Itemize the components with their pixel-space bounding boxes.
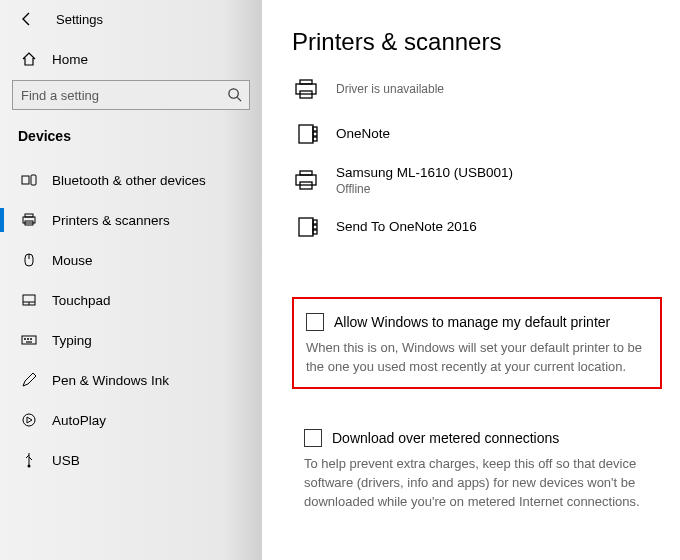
nav-label: USB (52, 453, 80, 468)
printer-item[interactable]: Samsung ML-1610 (USB001) Offline (292, 156, 662, 205)
svg-point-17 (23, 414, 35, 426)
printer-name: Samsung ML-1610 (USB001) (336, 164, 513, 182)
nav-label: AutoPlay (52, 413, 106, 428)
mouse-icon (20, 251, 38, 269)
default-printer-label: Allow Windows to manage my default print… (334, 314, 610, 330)
printer-status: Driver is unavailable (336, 82, 444, 98)
printer-icon (20, 211, 38, 229)
back-icon[interactable] (18, 10, 36, 28)
nav-label: Mouse (52, 253, 93, 268)
home-icon (20, 50, 38, 68)
page-title: Printers & scanners (292, 28, 662, 56)
home-nav[interactable]: Home (0, 42, 262, 80)
sidebar-item-touchpad[interactable]: Touchpad (0, 280, 262, 320)
pen-icon (20, 371, 38, 389)
metered-label: Download over metered connections (332, 430, 559, 446)
main-content: Printers & scanners Driver is unavailabl… (262, 0, 680, 560)
sidebar: Settings Home Devices Bluetooth & other … (0, 0, 262, 560)
search-box[interactable] (12, 80, 250, 110)
printer-item[interactable]: Send To OneNote 2016 (292, 205, 662, 249)
printer-name: Send To OneNote 2016 (336, 218, 477, 236)
printer-item[interactable]: OneNote (292, 112, 662, 156)
svg-rect-23 (299, 125, 313, 143)
default-printer-desc: When this is on, Windows will set your d… (306, 339, 648, 377)
nav-label: Printers & scanners (52, 213, 170, 228)
printer-item[interactable]: Driver is unavailable (292, 68, 662, 112)
printer-device-icon (294, 167, 322, 195)
sidebar-item-typing[interactable]: Typing (0, 320, 262, 360)
autoplay-icon (20, 411, 38, 429)
sidebar-item-autoplay[interactable]: AutoPlay (0, 400, 262, 440)
metered-section: Download over metered connections To hel… (292, 429, 662, 512)
app-title: Settings (56, 12, 103, 27)
sidebar-item-mouse[interactable]: Mouse (0, 240, 262, 280)
nav-label: Typing (52, 333, 92, 348)
sidebar-item-printers[interactable]: Printers & scanners (0, 200, 262, 240)
sidebar-item-bluetooth[interactable]: Bluetooth & other devices (0, 160, 262, 200)
svg-point-0 (229, 89, 238, 98)
devices-icon (20, 171, 38, 189)
keyboard-icon (20, 331, 38, 349)
svg-rect-31 (313, 220, 317, 224)
svg-rect-26 (313, 137, 317, 141)
default-printer-section: Allow Windows to manage my default print… (292, 297, 662, 389)
checkbox-icon (306, 313, 324, 331)
svg-point-19 (28, 465, 31, 468)
svg-rect-30 (299, 218, 313, 236)
svg-line-1 (237, 97, 241, 101)
metered-checkbox[interactable]: Download over metered connections (304, 429, 650, 447)
nav-label: Pen & Windows Ink (52, 373, 169, 388)
svg-rect-25 (313, 132, 317, 136)
search-input[interactable] (12, 80, 250, 110)
nav-label: Touchpad (52, 293, 111, 308)
nav-group-label: Devices (0, 124, 262, 160)
home-label: Home (52, 52, 88, 67)
usb-icon (20, 451, 38, 469)
svg-rect-28 (296, 175, 316, 185)
title-bar: Settings (0, 6, 262, 42)
touchpad-icon (20, 291, 38, 309)
onenote-icon (294, 213, 322, 241)
svg-rect-3 (31, 175, 36, 185)
svg-rect-12 (22, 336, 36, 344)
sidebar-item-usb[interactable]: USB (0, 440, 262, 480)
onenote-icon (294, 120, 322, 148)
svg-rect-2 (22, 176, 29, 184)
default-printer-checkbox[interactable]: Allow Windows to manage my default print… (306, 313, 648, 331)
nav-label: Bluetooth & other devices (52, 173, 206, 188)
printer-name: OneNote (336, 125, 390, 143)
metered-desc: To help prevent extra charges, keep this… (304, 455, 650, 512)
search-icon (227, 87, 242, 102)
printer-device-icon (294, 76, 322, 104)
checkbox-icon (304, 429, 322, 447)
sidebar-item-pen[interactable]: Pen & Windows Ink (0, 360, 262, 400)
svg-rect-32 (313, 225, 317, 229)
svg-rect-33 (313, 230, 317, 234)
svg-rect-21 (296, 84, 316, 94)
svg-rect-24 (313, 127, 317, 131)
printer-status: Offline (336, 182, 513, 198)
